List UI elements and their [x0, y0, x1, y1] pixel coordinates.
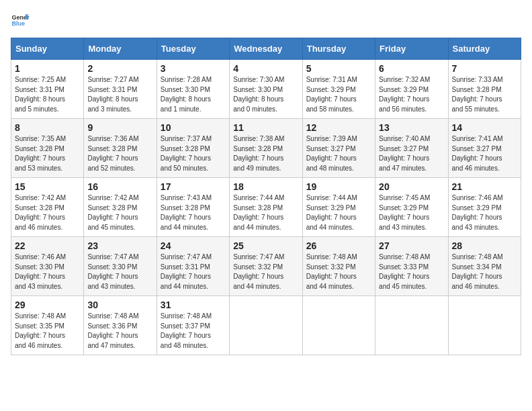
calendar-cell: 14Sunrise: 7:41 AMSunset: 3:27 PMDayligh…: [448, 119, 521, 178]
day-number: 25: [233, 240, 298, 251]
calendar-header-thursday: Thursday: [302, 38, 375, 60]
day-info: Sunrise: 7:43 AMSunset: 3:28 PMDaylight:…: [161, 193, 226, 232]
day-info: Sunrise: 7:32 AMSunset: 3:29 PMDaylight:…: [379, 75, 444, 114]
calendar-cell: 28Sunrise: 7:48 AMSunset: 3:34 PMDayligh…: [448, 237, 521, 296]
calendar-header-saturday: Saturday: [448, 38, 521, 60]
day-info: Sunrise: 7:39 AMSunset: 3:27 PMDaylight:…: [306, 134, 371, 173]
calendar-cell: [375, 296, 448, 355]
calendar-cell: 6Sunrise: 7:32 AMSunset: 3:29 PMDaylight…: [375, 60, 448, 119]
day-info: Sunrise: 7:48 AMSunset: 3:37 PMDaylight:…: [161, 312, 226, 351]
calendar-cell: 17Sunrise: 7:43 AMSunset: 3:28 PMDayligh…: [157, 178, 229, 237]
day-number: 9: [87, 122, 152, 133]
day-info: Sunrise: 7:38 AMSunset: 3:28 PMDaylight:…: [233, 134, 298, 173]
day-info: Sunrise: 7:28 AMSunset: 3:30 PMDaylight:…: [161, 75, 226, 114]
day-number: 31: [161, 300, 226, 310]
day-number: 27: [379, 240, 444, 251]
calendar-cell: 8Sunrise: 7:35 AMSunset: 3:28 PMDaylight…: [11, 119, 84, 178]
calendar-cell: [302, 296, 375, 355]
calendar-header-monday: Monday: [84, 38, 157, 60]
calendar-cell: 22Sunrise: 7:46 AMSunset: 3:30 PMDayligh…: [11, 237, 84, 296]
day-info: Sunrise: 7:27 AMSunset: 3:31 PMDaylight:…: [87, 75, 152, 114]
day-info: Sunrise: 7:31 AMSunset: 3:29 PMDaylight:…: [306, 75, 371, 114]
calendar-week-row: 29Sunrise: 7:48 AMSunset: 3:35 PMDayligh…: [11, 296, 521, 355]
day-number: 2: [87, 63, 152, 74]
svg-text:Blue: Blue: [11, 20, 25, 27]
calendar-cell: [230, 296, 302, 355]
day-number: 12: [306, 122, 371, 133]
day-info: Sunrise: 7:40 AMSunset: 3:27 PMDaylight:…: [379, 134, 444, 173]
day-number: 7: [452, 63, 517, 74]
calendar-cell: [448, 296, 521, 355]
day-number: 3: [161, 63, 226, 74]
day-info: Sunrise: 7:48 AMSunset: 3:34 PMDaylight:…: [452, 253, 517, 291]
calendar-header-row: SundayMondayTuesdayWednesdayThursdayFrid…: [11, 38, 521, 60]
day-info: Sunrise: 7:45 AMSunset: 3:29 PMDaylight:…: [379, 193, 444, 232]
calendar-week-row: 22Sunrise: 7:46 AMSunset: 3:30 PMDayligh…: [11, 237, 521, 296]
calendar-cell: 7Sunrise: 7:33 AMSunset: 3:28 PMDaylight…: [448, 60, 521, 119]
calendar-cell: 11Sunrise: 7:38 AMSunset: 3:28 PMDayligh…: [230, 119, 302, 178]
day-info: Sunrise: 7:44 AMSunset: 3:28 PMDaylight:…: [233, 193, 298, 232]
day-number: 23: [87, 240, 152, 251]
day-number: 19: [306, 181, 371, 192]
day-number: 5: [306, 63, 371, 74]
day-info: Sunrise: 7:47 AMSunset: 3:32 PMDaylight:…: [233, 253, 298, 291]
calendar-cell: 15Sunrise: 7:42 AMSunset: 3:28 PMDayligh…: [11, 178, 84, 237]
day-info: Sunrise: 7:42 AMSunset: 3:28 PMDaylight:…: [87, 193, 152, 232]
day-info: Sunrise: 7:46 AMSunset: 3:29 PMDaylight:…: [452, 193, 517, 232]
day-number: 26: [306, 240, 371, 251]
calendar-cell: 20Sunrise: 7:45 AMSunset: 3:29 PMDayligh…: [375, 178, 448, 237]
day-info: Sunrise: 7:47 AMSunset: 3:31 PMDaylight:…: [161, 253, 226, 291]
calendar-week-row: 15Sunrise: 7:42 AMSunset: 3:28 PMDayligh…: [11, 178, 521, 237]
calendar-header-tuesday: Tuesday: [157, 38, 229, 60]
calendar-cell: 21Sunrise: 7:46 AMSunset: 3:29 PMDayligh…: [448, 178, 521, 237]
calendar-cell: 12Sunrise: 7:39 AMSunset: 3:27 PMDayligh…: [302, 119, 375, 178]
day-number: 4: [233, 63, 298, 74]
day-info: Sunrise: 7:48 AMSunset: 3:32 PMDaylight:…: [306, 253, 371, 291]
day-info: Sunrise: 7:35 AMSunset: 3:28 PMDaylight:…: [15, 134, 80, 173]
logo: General Blue: [11, 11, 30, 30]
day-number: 13: [379, 122, 444, 133]
calendar-cell: 24Sunrise: 7:47 AMSunset: 3:31 PMDayligh…: [157, 237, 229, 296]
day-number: 8: [15, 122, 80, 133]
day-info: Sunrise: 7:37 AMSunset: 3:28 PMDaylight:…: [161, 134, 226, 173]
day-info: Sunrise: 7:47 AMSunset: 3:30 PMDaylight:…: [87, 253, 152, 291]
day-number: 16: [87, 181, 152, 192]
day-info: Sunrise: 7:48 AMSunset: 3:35 PMDaylight:…: [15, 312, 80, 351]
calendar-header-friday: Friday: [375, 38, 448, 60]
day-info: Sunrise: 7:25 AMSunset: 3:31 PMDaylight:…: [15, 75, 80, 114]
calendar-cell: 9Sunrise: 7:36 AMSunset: 3:28 PMDaylight…: [84, 119, 157, 178]
calendar-cell: 3Sunrise: 7:28 AMSunset: 3:30 PMDaylight…: [157, 60, 229, 119]
day-info: Sunrise: 7:48 AMSunset: 3:36 PMDaylight:…: [87, 312, 152, 351]
day-number: 10: [161, 122, 226, 133]
day-info: Sunrise: 7:30 AMSunset: 3:30 PMDaylight:…: [233, 75, 298, 114]
calendar-cell: 30Sunrise: 7:48 AMSunset: 3:36 PMDayligh…: [84, 296, 157, 355]
calendar-cell: 13Sunrise: 7:40 AMSunset: 3:27 PMDayligh…: [375, 119, 448, 178]
day-info: Sunrise: 7:46 AMSunset: 3:30 PMDaylight:…: [15, 253, 80, 291]
day-number: 28: [452, 240, 517, 251]
page-header: General Blue: [11, 11, 521, 30]
calendar-cell: 16Sunrise: 7:42 AMSunset: 3:28 PMDayligh…: [84, 178, 157, 237]
calendar-header-sunday: Sunday: [11, 38, 84, 60]
calendar-cell: 27Sunrise: 7:48 AMSunset: 3:33 PMDayligh…: [375, 237, 448, 296]
day-number: 15: [15, 181, 80, 192]
calendar-week-row: 8Sunrise: 7:35 AMSunset: 3:28 PMDaylight…: [11, 119, 521, 178]
day-info: Sunrise: 7:33 AMSunset: 3:28 PMDaylight:…: [452, 75, 517, 114]
day-number: 17: [161, 181, 226, 192]
calendar-cell: 23Sunrise: 7:47 AMSunset: 3:30 PMDayligh…: [84, 237, 157, 296]
day-number: 22: [15, 240, 80, 251]
calendar-table: SundayMondayTuesdayWednesdayThursdayFrid…: [11, 38, 521, 355]
day-info: Sunrise: 7:48 AMSunset: 3:33 PMDaylight:…: [379, 253, 444, 291]
logo-icon: General Blue: [11, 11, 30, 30]
svg-marker-3: [26, 16, 28, 19]
calendar-cell: 1Sunrise: 7:25 AMSunset: 3:31 PMDaylight…: [11, 60, 84, 119]
calendar-cell: 25Sunrise: 7:47 AMSunset: 3:32 PMDayligh…: [230, 237, 302, 296]
day-number: 21: [452, 181, 517, 192]
day-info: Sunrise: 7:42 AMSunset: 3:28 PMDaylight:…: [15, 193, 80, 232]
day-number: 1: [15, 63, 80, 74]
calendar-week-row: 1Sunrise: 7:25 AMSunset: 3:31 PMDaylight…: [11, 60, 521, 119]
calendar-cell: 5Sunrise: 7:31 AMSunset: 3:29 PMDaylight…: [302, 60, 375, 119]
day-number: 30: [87, 300, 152, 310]
day-number: 20: [379, 181, 444, 192]
calendar-cell: 18Sunrise: 7:44 AMSunset: 3:28 PMDayligh…: [230, 178, 302, 237]
calendar-cell: 26Sunrise: 7:48 AMSunset: 3:32 PMDayligh…: [302, 237, 375, 296]
